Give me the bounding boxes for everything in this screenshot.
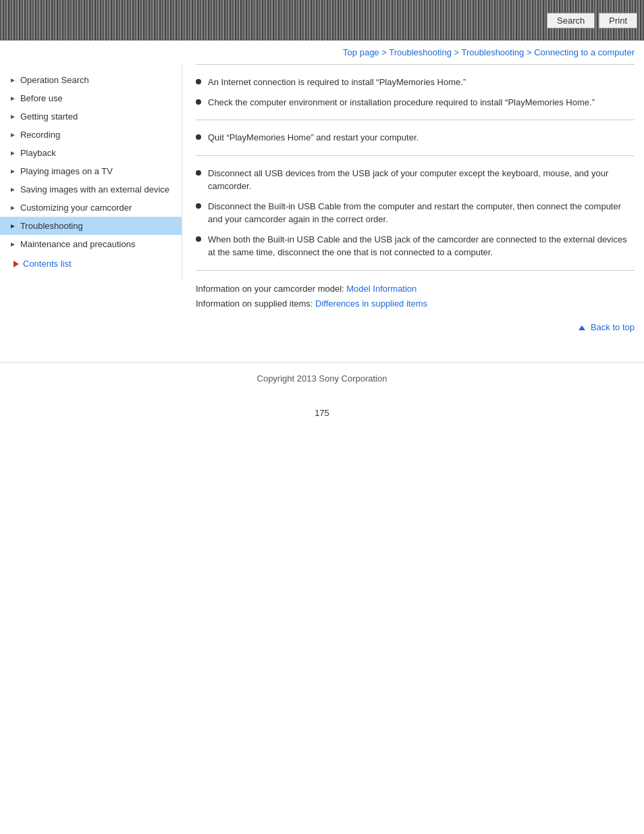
bullet-text: Check the computer environment or instal… bbox=[208, 96, 595, 109]
sidebar-item-troubleshooting[interactable]: ► Troubleshooting bbox=[0, 217, 182, 235]
model-info-row: Information on your camcorder model: Mod… bbox=[196, 282, 635, 296]
arrow-icon: ► bbox=[9, 131, 16, 138]
bullet-text: Disconnect the Built-in USB Cable from t… bbox=[208, 200, 635, 226]
sidebar-label-playback: Playback bbox=[20, 148, 56, 158]
header-buttons: Search Print bbox=[547, 13, 637, 28]
bullet-text: Disconnect all USB devices from the USB … bbox=[208, 167, 635, 193]
bullet-dot bbox=[196, 203, 201, 209]
breadcrumb: Top page > Troubleshooting > Troubleshoo… bbox=[0, 41, 644, 64]
sidebar-label-customizing: Customizing your camcorder bbox=[20, 203, 132, 213]
contents-list-link[interactable]: Contents list bbox=[0, 253, 182, 274]
bullet-dot bbox=[196, 79, 201, 84]
sidebar-label-maintenance: Maintenance and precautions bbox=[20, 239, 136, 249]
header: Search Print bbox=[0, 0, 644, 41]
search-button[interactable]: Search bbox=[547, 13, 595, 28]
supplied-items-label: Information on supplied items: bbox=[196, 298, 313, 309]
layout: ► Operation Search ► Before use ► Gettin… bbox=[0, 64, 644, 348]
sidebar-item-playing-images[interactable]: ► Playing images on a TV bbox=[0, 162, 182, 180]
section-3: Disconnect all USB devices from the USB … bbox=[196, 156, 635, 271]
list-item: Disconnect all USB devices from the USB … bbox=[196, 167, 635, 193]
breadcrumb-sep3: > bbox=[527, 47, 534, 57]
arrow-icon: ► bbox=[9, 113, 16, 120]
back-to-top-icon bbox=[579, 325, 585, 330]
page-number: 175 bbox=[0, 394, 644, 432]
model-info-label: Information on your camcorder model: bbox=[196, 284, 344, 294]
sidebar-item-saving-images[interactable]: ► Saving images with an external device bbox=[0, 180, 182, 199]
breadcrumb-troubleshooting2[interactable]: Troubleshooting bbox=[462, 47, 525, 57]
arrow-icon: ► bbox=[9, 76, 16, 84]
arrow-icon: ► bbox=[9, 240, 16, 248]
bullet-list-2: Quit “PlayMemories Home” and restart you… bbox=[196, 131, 635, 145]
bullet-text: When both the Built-in USB Cable and the… bbox=[208, 233, 635, 259]
bullet-list-1: An Internet connection is required to in… bbox=[196, 76, 635, 109]
supplied-items-link[interactable]: Differences in supplied items bbox=[315, 298, 427, 309]
bullet-dot bbox=[196, 99, 201, 105]
list-item: Disconnect the Built-in USB Cable from t… bbox=[196, 200, 635, 226]
bullet-dot bbox=[196, 170, 201, 176]
bullet-text: An Internet connection is required to in… bbox=[208, 76, 466, 89]
breadcrumb-troubleshooting1[interactable]: Troubleshooting bbox=[389, 47, 452, 57]
page-number-value: 175 bbox=[315, 408, 329, 418]
print-button[interactable]: Print bbox=[599, 13, 637, 28]
sidebar-label-saving-images: Saving images with an external device bbox=[20, 184, 169, 194]
info-section: Information on your camcorder model: Mod… bbox=[196, 271, 635, 317]
sidebar-label-operation-search: Operation Search bbox=[20, 75, 89, 85]
main-content: An Internet connection is required to in… bbox=[182, 64, 644, 348]
bullet-dot bbox=[196, 134, 201, 140]
breadcrumb-sep2: > bbox=[454, 47, 462, 57]
arrow-icon: ► bbox=[9, 222, 16, 230]
sidebar-item-operation-search[interactable]: ► Operation Search bbox=[0, 71, 182, 89]
sidebar-label-before-use: Before use bbox=[20, 93, 63, 103]
sidebar-item-getting-started[interactable]: ► Getting started bbox=[0, 107, 182, 126]
sidebar-label-getting-started: Getting started bbox=[20, 111, 78, 122]
sidebar-item-customizing[interactable]: ► Customizing your camcorder bbox=[0, 199, 182, 217]
sidebar-item-maintenance[interactable]: ► Maintenance and precautions bbox=[0, 235, 182, 253]
back-to-top[interactable]: Back to top bbox=[196, 317, 635, 335]
breadcrumb-top-page[interactable]: Top page bbox=[343, 47, 379, 57]
contents-list-label: Contents list bbox=[23, 259, 72, 269]
sidebar: ► Operation Search ► Before use ► Gettin… bbox=[0, 64, 182, 281]
contents-list-arrow-icon bbox=[14, 261, 19, 267]
section-1: An Internet connection is required to in… bbox=[196, 64, 635, 120]
bullet-text: Quit “PlayMemories Home” and restart you… bbox=[208, 131, 419, 145]
arrow-icon: ► bbox=[9, 186, 16, 193]
list-item: Check the computer environment or instal… bbox=[196, 96, 635, 109]
arrow-icon: ► bbox=[9, 204, 16, 211]
sidebar-label-playing-images: Playing images on a TV bbox=[20, 166, 113, 176]
footer: Copyright 2013 Sony Corporation bbox=[0, 362, 644, 394]
breadcrumb-sep1: > bbox=[381, 47, 389, 57]
breadcrumb-connecting[interactable]: Connecting to a computer bbox=[534, 47, 635, 57]
list-item: Quit “PlayMemories Home” and restart you… bbox=[196, 131, 635, 145]
bullet-dot bbox=[196, 236, 201, 242]
copyright-text: Copyright 2013 Sony Corporation bbox=[257, 373, 387, 384]
sidebar-item-recording[interactable]: ► Recording bbox=[0, 126, 182, 144]
sidebar-item-playback[interactable]: ► Playback bbox=[0, 144, 182, 162]
list-item: An Internet connection is required to in… bbox=[196, 76, 635, 89]
arrow-icon: ► bbox=[9, 95, 16, 102]
back-to-top-link[interactable]: Back to top bbox=[591, 322, 635, 332]
sidebar-label-recording: Recording bbox=[20, 130, 60, 140]
supplied-items-row: Information on supplied items: Differenc… bbox=[196, 296, 635, 311]
arrow-icon: ► bbox=[9, 149, 16, 157]
sidebar-label-troubleshooting: Troubleshooting bbox=[20, 221, 83, 231]
arrow-icon: ► bbox=[9, 167, 16, 175]
model-info-link[interactable]: Model Information bbox=[346, 284, 417, 294]
sidebar-item-before-use[interactable]: ► Before use bbox=[0, 89, 182, 107]
section-2: Quit “PlayMemories Home” and restart you… bbox=[196, 120, 635, 156]
list-item: When both the Built-in USB Cable and the… bbox=[196, 233, 635, 259]
bullet-list-3: Disconnect all USB devices from the USB … bbox=[196, 167, 635, 259]
